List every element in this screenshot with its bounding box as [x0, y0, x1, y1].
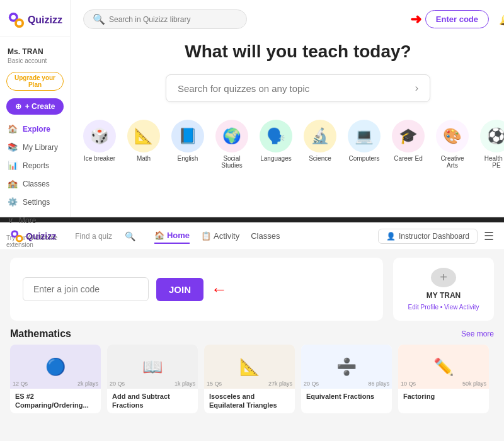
category-item-social-studies[interactable]: 🌍 Social Studies: [215, 120, 248, 169]
upgrade-button[interactable]: Upgrade your Plan: [6, 72, 64, 91]
category-circle: 🎲: [83, 120, 116, 152]
bottom-nav-classes[interactable]: Classes: [251, 229, 280, 243]
card-info: Add and Subtract Fractions: [107, 389, 198, 413]
card-questions-count: 10 Qs: [401, 381, 416, 387]
instructor-icon: 👤: [386, 232, 396, 241]
card-questions-count: 20 Qs: [304, 381, 319, 387]
section-divider: [0, 217, 504, 222]
category-circle: 🎓: [392, 120, 425, 152]
card-title: Isosceles and Equilateral Triangles: [209, 392, 290, 410]
sidebar-item-explore[interactable]: 🏠 Explore: [0, 120, 70, 138]
logo-area: Search in Quizizz library Quizizz: [0, 6, 70, 37]
category-icon: 🌍: [222, 127, 241, 145]
category-icon: 🎨: [443, 127, 462, 145]
library-icon: 📚: [8, 142, 18, 152]
card-info: ES #2 Comparing/Ordering...: [10, 389, 101, 413]
card-info: Isosceles and Equilateral Triangles: [204, 389, 295, 413]
category-label: Health & PE: [480, 155, 504, 169]
quiz-search-bar[interactable]: ›: [166, 74, 430, 102]
category-item-ice-breaker[interactable]: 🎲 Ice breaker: [83, 120, 116, 169]
sidebar-item-library[interactable]: 📚 My Library: [0, 138, 70, 156]
category-item-math[interactable]: 📐 Math: [127, 120, 160, 169]
quiz-search-input[interactable]: [178, 83, 415, 94]
math-cards-row: 🔵 12 Qs 2k plays ES #2 Comparing/Orderin…: [10, 345, 494, 413]
category-item-languages[interactable]: 🗣️ Languages: [260, 120, 292, 169]
category-icon: ⚽: [487, 127, 504, 145]
category-label: Math: [137, 155, 151, 162]
category-label: Creative Arts: [436, 155, 469, 169]
classes-icon: 🏫: [8, 179, 18, 188]
join-profile-row: JOIN ← + MY TRAN Edit Profile • View Act…: [10, 258, 494, 321]
quizizz-logo-icon: [8, 11, 25, 29]
join-button[interactable]: JOIN: [156, 278, 203, 301]
enter-code-button[interactable]: Enter code: [425, 10, 489, 28]
category-icon: 📐: [134, 127, 153, 145]
category-item-computers[interactable]: 💻 Computers: [348, 120, 381, 169]
card-thumbnail: ✏️ 10 Qs 50k plays: [398, 345, 489, 389]
find-quiz-link[interactable]: Find a quiz: [75, 232, 112, 241]
user-name: Ms. TRAN: [0, 42, 70, 57]
bottom-nav-activity[interactable]: 📋 Activity: [201, 229, 239, 243]
category-circle: 📘: [171, 120, 204, 152]
sidebar-item-reports[interactable]: 📊 Reports: [0, 156, 70, 175]
instructor-dashboard-button[interactable]: 👤 Instructor Dashboard: [378, 229, 478, 244]
chevron-right-icon: ›: [415, 83, 418, 94]
category-item-english[interactable]: 📘 English: [171, 120, 204, 169]
sidebar-item-settings[interactable]: ⚙️ Settings: [0, 193, 70, 211]
category-circle: 🎨: [436, 120, 469, 152]
quizizz-wordmark: Quizizz: [28, 14, 62, 26]
profile-avatar: +: [431, 268, 456, 287]
create-button[interactable]: ⊕ + Create: [6, 98, 64, 115]
see-more-link[interactable]: See more: [461, 329, 494, 338]
page-headline: What will you teach today?: [185, 42, 411, 62]
join-code-input[interactable]: [23, 277, 149, 301]
card-icon: ➗: [336, 357, 357, 377]
category-label: Science: [309, 155, 331, 162]
top-bar: 🔍 ➜ Enter code 🔔: [83, 9, 504, 29]
card-questions-count: 12 Qs: [13, 381, 28, 387]
categories-row: 🎲 Ice breaker 📐 Math 📘 English 🌍 Social …: [83, 120, 504, 169]
library-search-bar[interactable]: 🔍: [83, 9, 247, 29]
category-circle: 🌍: [215, 120, 248, 152]
profile-card: + MY TRAN Edit Profile • View Activity: [393, 258, 494, 321]
quiz-card[interactable]: 📖 20 Qs 1k plays Add and Subtract Fracti…: [107, 345, 198, 413]
quiz-card[interactable]: ✏️ 10 Qs 50k plays Factoring: [398, 345, 489, 413]
more-icon: ∨: [8, 215, 14, 225]
sidebar-item-more[interactable]: ∨ More: [0, 211, 70, 229]
category-item-health-&-pe[interactable]: ⚽ Health & PE: [480, 120, 504, 169]
card-icon: 🔵: [45, 357, 66, 377]
math-section-title: Mathematics: [10, 328, 71, 340]
category-item-creative-arts[interactable]: 🎨 Creative Arts: [436, 120, 469, 169]
red-arrow-right: ➜: [410, 11, 421, 28]
edit-profile-link[interactable]: Edit Profile: [408, 304, 438, 311]
profile-name: MY TRAN: [427, 291, 461, 300]
explore-icon: 🏠: [8, 124, 18, 134]
bottom-logo-icon: [10, 229, 24, 243]
category-label: Career Ed: [394, 155, 423, 162]
bottom-section: Quizizz Find a quiz 🔍 🏠 Home 📋 Activity …: [0, 222, 504, 441]
view-activity-link[interactable]: View Activity: [444, 304, 479, 311]
category-item-science[interactable]: 🔬 Science: [304, 120, 336, 169]
quiz-card[interactable]: 🔵 12 Qs 2k plays ES #2 Comparing/Orderin…: [10, 345, 101, 413]
category-item-career-ed[interactable]: 🎓 Career Ed: [392, 120, 425, 169]
settings-icon: ⚙️: [8, 197, 18, 207]
sidebar-item-classes[interactable]: 🏫 Classes: [0, 175, 70, 193]
category-circle: ⚽: [480, 120, 504, 152]
card-title: ES #2 Comparing/Ordering...: [15, 392, 96, 410]
hamburger-menu-icon[interactable]: ☰: [484, 229, 494, 243]
card-plays-count: 2k plays: [77, 381, 98, 387]
card-title: Add and Subtract Fractions: [112, 392, 193, 410]
notification-bell-icon[interactable]: 🔔: [499, 13, 504, 26]
bottom-search-icon[interactable]: 🔍: [125, 231, 135, 241]
join-code-section: JOIN ←: [10, 258, 383, 321]
category-label: Languages: [260, 155, 292, 162]
svg-point-6: [13, 232, 16, 236]
quiz-card[interactable]: 📐 15 Qs 27k plays Isosceles and Equilate…: [204, 345, 295, 413]
card-thumbnail: 🔵 12 Qs 2k plays: [10, 345, 101, 389]
card-questions-count: 20 Qs: [110, 381, 125, 387]
card-thumbnail: ➗ 20 Qs 86 plays: [301, 345, 392, 389]
category-label: Ice breaker: [84, 155, 115, 162]
library-search-input[interactable]: [109, 15, 235, 24]
bottom-nav-home[interactable]: 🏠 Home: [154, 228, 190, 244]
quiz-card[interactable]: ➗ 20 Qs 86 plays Equivalent Fractions: [301, 345, 392, 413]
